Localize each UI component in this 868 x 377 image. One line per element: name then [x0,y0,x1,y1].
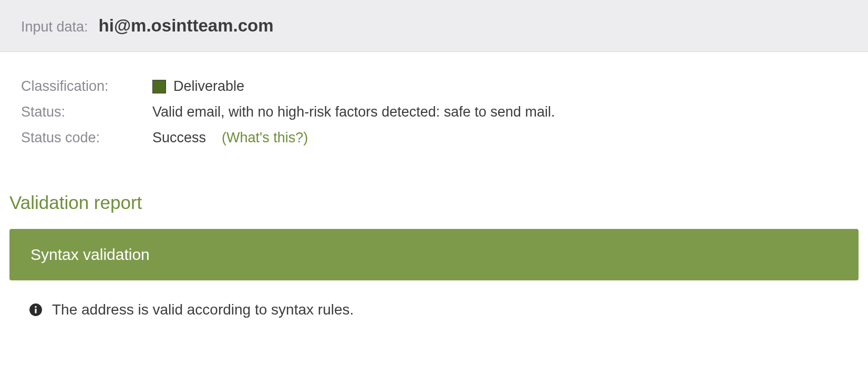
status-row: Status: Valid email, with no high-risk f… [21,104,847,120]
validation-report-title: Validation report [0,166,868,229]
status-code-row: Status code: Success (What's this?) [21,130,847,146]
input-data-bar: Input data: hi@m.osintteam.com [0,0,868,52]
classification-text: Deliverable [173,78,244,95]
status-code-value: Success (What's this?) [152,130,308,146]
classification-value: Deliverable [152,78,244,95]
status-value: Valid email, with no high-risk factors d… [152,104,555,120]
syntax-validation-body: The address is valid according to syntax… [0,280,868,318]
status-code-text: Success [152,130,206,146]
classification-row: Classification: Deliverable [21,78,847,95]
input-data-value: hi@m.osintteam.com [99,16,274,36]
status-label: Status: [21,104,152,120]
input-data-label: Input data: [21,19,88,35]
svg-rect-1 [35,309,36,313]
classification-swatch-icon [152,80,166,93]
info-icon [29,303,43,317]
syntax-validation-header[interactable]: Syntax validation [9,229,859,280]
whats-this-link[interactable]: (What's this?) [222,130,308,146]
status-code-label: Status code: [21,130,152,146]
summary-block: Classification: Deliverable Status: Vali… [0,52,868,166]
svg-rect-2 [35,306,36,308]
classification-label: Classification: [21,78,152,95]
syntax-validation-message: The address is valid according to syntax… [52,301,354,318]
